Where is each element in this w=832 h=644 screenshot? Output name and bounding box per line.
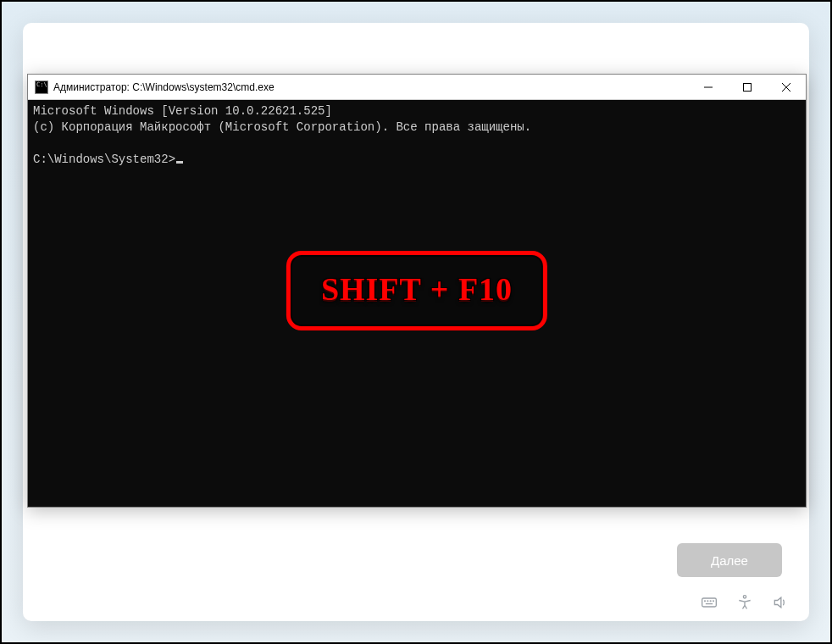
cmd-window[interactable]: Администратор: C:\Windows\system32\cmd.e… — [27, 74, 807, 508]
cmd-icon — [35, 80, 48, 94]
svg-rect-8 — [744, 83, 752, 91]
accessibility-icon[interactable] — [736, 594, 753, 611]
svg-point-3 — [707, 601, 708, 602]
shortcut-overlay: SHIFT + F10 — [286, 251, 547, 330]
close-button[interactable] — [767, 75, 806, 99]
cmd-line-1: Microsoft Windows [Version 10.0.22621.52… — [33, 104, 332, 118]
cmd-cursor — [176, 161, 183, 164]
cmd-titlebar[interactable]: Администратор: C:\Windows\system32\cmd.e… — [28, 75, 806, 100]
svg-point-5 — [713, 601, 714, 602]
svg-point-4 — [710, 601, 711, 602]
desktop-background: Давайте подключим вас к Далее — [2, 2, 830, 642]
maximize-button[interactable] — [728, 75, 767, 99]
next-button[interactable]: Далее — [677, 543, 782, 577]
svg-rect-0 — [702, 598, 717, 607]
next-button-label: Далее — [711, 553, 748, 568]
keyboard-icon[interactable] — [701, 594, 718, 611]
cmd-title-text: Администратор: C:\Windows\system32\cmd.e… — [53, 81, 689, 93]
svg-point-2 — [705, 601, 706, 602]
cmd-prompt: C:\Windows\System32> — [33, 153, 175, 166]
shortcut-text: SHIFT + F10 — [321, 270, 513, 308]
system-tray — [701, 594, 789, 611]
minimize-button[interactable] — [689, 75, 728, 99]
svg-point-6 — [743, 596, 746, 598]
cmd-line-2: (c) Корпорация Майкрософт (Microsoft Cor… — [33, 120, 531, 134]
window-controls — [689, 75, 806, 99]
volume-icon[interactable] — [772, 594, 789, 611]
